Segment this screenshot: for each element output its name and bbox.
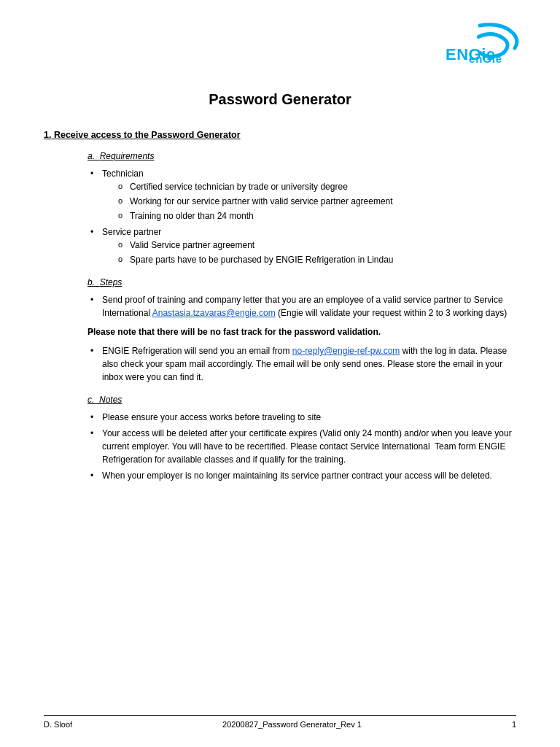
page-footer: D. Sloof 20200827_Password Generator_Rev… — [44, 715, 516, 729]
section-1: 1. Receive access to the Password Genera… — [44, 130, 516, 482]
bold-note-text: Please note that there will be no fast t… — [88, 325, 516, 338]
list-item: Certified service technician by trade or… — [117, 180, 516, 193]
bold-note-item: Please note that there will be no fast t… — [88, 325, 516, 338]
svg-text:ENGie: ENGie — [446, 45, 496, 63]
section-number: 1. — [44, 130, 51, 140]
engie-logo-detail: ENGie — [440, 22, 520, 66]
subsection-a: a. Requirements Technician Certified ser… — [88, 151, 516, 266]
email-link-noreply[interactable]: no-reply@engie-ref-pw.com — [292, 346, 400, 356]
steps-list: Send proof of training and company lette… — [88, 293, 516, 384]
logo-container: enGie ENGie — [443, 29, 516, 69]
section-heading-text: Receive access to the Password Generator — [54, 130, 241, 140]
footer-page-number: 1 — [512, 720, 516, 729]
subsection-b: b. Steps Send proof of training and comp… — [88, 277, 516, 384]
service-partner-subitems: Valid Service partner agreement Spare pa… — [117, 239, 516, 266]
footer-filename: 20200827_Password Generator_Rev 1 — [222, 720, 362, 729]
list-item: Service partner Valid Service partner ag… — [88, 225, 516, 266]
page-title: Password Generator — [44, 91, 516, 108]
document-content: 1. Receive access to the Password Genera… — [44, 130, 516, 482]
subsection-b-label: b. Steps — [88, 277, 516, 287]
service-partner-label: Service partner — [102, 227, 161, 237]
requirements-list: Technician Certified service technician … — [88, 167, 516, 266]
list-item: ENGIE Refrigeration will send you an ema… — [88, 344, 516, 384]
footer-author: D. Sloof — [44, 720, 72, 729]
technician-label: Technician — [102, 169, 144, 179]
list-item: Valid Service partner agreement — [117, 239, 516, 252]
technician-subitems: Certified service technician by trade or… — [117, 180, 516, 222]
list-item: Working for our service partner with val… — [117, 195, 516, 208]
page-header: enGie ENGie — [44, 29, 516, 69]
list-item: Training no older than 24 month — [117, 209, 516, 222]
list-item: When your employer is no longer maintain… — [88, 469, 516, 482]
subsection-c-label: c. Notes — [88, 395, 516, 405]
subsection-c: c. Notes Please ensure your access works… — [88, 395, 516, 482]
notes-list: Please ensure your access works before t… — [88, 411, 516, 482]
email-link-anastasia[interactable]: Anastasia.tzavaras@engie.com — [152, 308, 276, 318]
list-item: Technician Certified service technician … — [88, 167, 516, 222]
list-item: Please ensure your access works before t… — [88, 411, 516, 424]
section-1-heading: 1. Receive access to the Password Genera… — [44, 130, 516, 140]
subsection-a-label: a. Requirements — [88, 151, 516, 161]
list-item: Send proof of training and company lette… — [88, 293, 516, 320]
list-item: Spare parts have to be purchased by ENGI… — [117, 253, 516, 266]
list-item: Your access will be deleted after your c… — [88, 427, 516, 466]
document-page: enGie ENGie Password Generator 1. Receiv… — [0, 0, 560, 747]
